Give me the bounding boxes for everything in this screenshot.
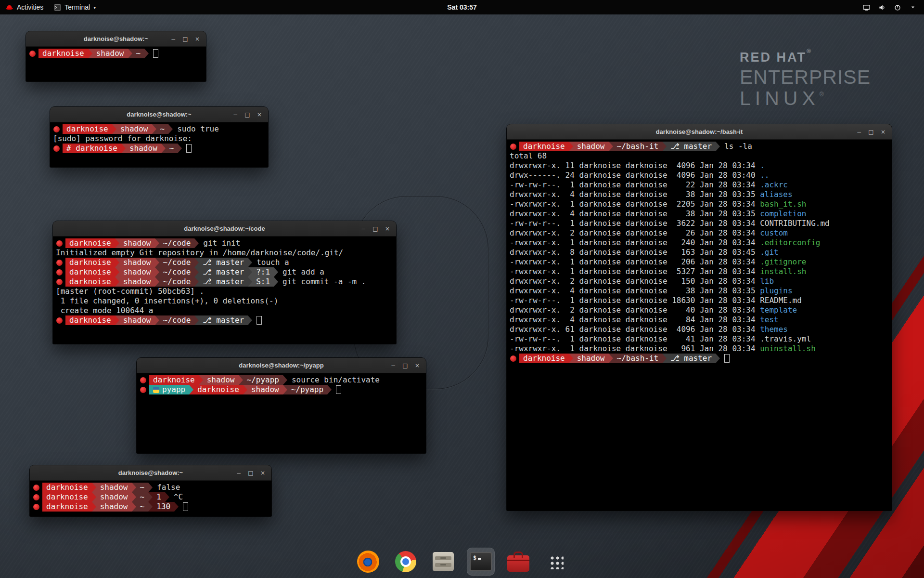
terminal-content[interactable]: darknoiseshadow~/codegit initInitialized…: [53, 236, 396, 344]
window-maximize-button[interactable]: □: [243, 110, 252, 119]
window-maximize-button[interactable]: □: [867, 128, 875, 136]
terminal-content[interactable]: darknoiseshadow~falsedarknoiseshadow~1^C…: [30, 481, 271, 516]
dock-item-terminal[interactable]: $: [467, 548, 495, 576]
window-minimize-button[interactable]: −: [389, 361, 398, 370]
file-attributes: drwxrwxr-x. 11 darknoise darknoise 4096 …: [510, 161, 760, 170]
powerline-separator-icon: [165, 492, 169, 502]
window-maximize-button[interactable]: □: [401, 361, 410, 370]
dock-item-firefox[interactable]: [354, 548, 382, 576]
powerline-separator-icon: [155, 315, 159, 325]
terminal-command: git add a: [282, 267, 324, 277]
window-close-button[interactable]: ×: [255, 110, 264, 119]
terminal-content[interactable]: darknoiseshadow~: [26, 47, 206, 81]
window-maximize-button[interactable]: □: [371, 224, 380, 233]
terminal-window[interactable]: darknoise@shadow:~/bash-it−□×darknoisesh…: [507, 124, 892, 511]
window-close-button[interactable]: ×: [258, 469, 267, 477]
terminal-output-line: [sudo] password for darknoise:: [53, 134, 265, 144]
volume-icon[interactable]: [878, 3, 886, 12]
window-titlebar[interactable]: darknoise@shadow:~−□×: [50, 107, 268, 122]
window-close-button[interactable]: ×: [193, 35, 202, 43]
terminal-content[interactable]: darknoiseshadow~sudo true[sudo] password…: [50, 122, 268, 167]
terminal-window[interactable]: darknoise@shadow:~−□×darknoiseshadow~sud…: [50, 107, 268, 167]
shell-prompt-line: darknoiseshadow~/code⎇ masterS:1git comm…: [56, 277, 393, 287]
terminal-window[interactable]: darknoise@shadow:~/pyapp−□×darknoiseshad…: [137, 358, 426, 453]
prompt-segment-git2: S:1: [252, 277, 274, 287]
terminal-window[interactable]: darknoise@shadow:~/code−□×darknoiseshado…: [53, 221, 396, 344]
window-close-button[interactable]: ×: [879, 128, 887, 136]
window-minimize-button[interactable]: −: [359, 224, 368, 233]
powerline-separator-icon: [115, 315, 119, 325]
window-titlebar[interactable]: darknoise@shadow:~/bash-it−□×: [507, 124, 892, 140]
app-menu-terminal[interactable]: Terminal ▾: [49, 0, 101, 14]
window-minimize-button[interactable]: −: [234, 469, 243, 477]
powerline-separator-icon: [168, 124, 173, 134]
redhat-logo-icon: [5, 4, 13, 10]
terminal-cursor[interactable]: [336, 385, 341, 394]
terminal-content[interactable]: darknoiseshadow~/pyappsource bin/activat…: [137, 373, 426, 453]
terminal-window[interactable]: darknoise@shadow:~−□×darknoiseshadow~: [26, 31, 206, 81]
display-icon[interactable]: [862, 3, 871, 12]
window-maximize-button[interactable]: □: [181, 35, 190, 43]
powerline-separator-icon: [178, 144, 182, 153]
window-close-button[interactable]: ×: [383, 224, 392, 233]
dock-item-archive-manager[interactable]: [429, 548, 457, 576]
terminal-content[interactable]: darknoiseshadow~/bash-it⎇ masterls -lato…: [507, 140, 892, 511]
clock[interactable]: Sat 03:57: [447, 3, 476, 11]
terminal-cursor[interactable]: [186, 144, 192, 153]
prompt-segment-host: shadow: [119, 315, 155, 325]
system-status-area[interactable]: [855, 0, 924, 14]
window-titlebar[interactable]: darknoise@shadow:~/pyapp−□×: [137, 358, 426, 373]
powerline-separator-icon: [716, 142, 720, 151]
dock-item-toolbox[interactable]: [504, 548, 532, 576]
window-controls: −□×: [169, 35, 206, 43]
terminal-cursor[interactable]: [183, 502, 188, 511]
window-minimize-button[interactable]: −: [231, 110, 240, 119]
file-list-row: drwxrwxr-x. 8 darknoise darknoise 163 Ja…: [510, 248, 889, 257]
redhat-prompt-icon: [29, 51, 36, 57]
shell-prompt-line: darknoiseshadow~false: [33, 483, 269, 492]
terminal-cursor[interactable]: [153, 49, 158, 58]
firefox-icon: [357, 551, 379, 573]
shell-prompt-line: darknoiseshadow~/code⎇ master?:1git add …: [56, 267, 393, 277]
file-name: uninstall.sh: [760, 344, 816, 353]
file-list-row: drwxrwxr-x. 4 darknoise darknoise 84 Jan…: [510, 315, 889, 325]
caret-down-icon[interactable]: [909, 3, 917, 12]
window-minimize-button[interactable]: −: [855, 128, 863, 136]
shell-prompt-line: darknoiseshadow~/code⎇ mastertouch a: [56, 258, 393, 267]
prompt-segment-host: shadow: [573, 354, 609, 363]
powerline-separator-icon: [121, 144, 126, 153]
dock-item-app-grid[interactable]: [542, 548, 570, 576]
redhat-prompt-icon: [33, 485, 39, 491]
python-icon: [153, 387, 159, 393]
power-icon[interactable]: [893, 3, 901, 12]
terminal-output-line: [master (root-commit) 50bcb63] .: [56, 287, 393, 296]
file-attributes: -rwxrwxr-x. 1 darknoise darknoise 5327 J…: [510, 267, 760, 276]
terminal-command: ^C: [174, 492, 183, 502]
prompt-segment-user: darknoise: [65, 258, 115, 267]
window-titlebar[interactable]: darknoise@shadow:~/code−□×: [53, 221, 396, 236]
file-name: .editorconfig: [760, 238, 820, 247]
prompt-segment-host: shadow: [126, 144, 161, 153]
desktop[interactable]: { "topbar": { "activities_label": "Activ…: [0, 0, 924, 578]
prompt-segment-path: ~: [136, 483, 149, 492]
file-list-row: drwxrwxr-x. 4 darknoise darknoise 38 Jan…: [510, 286, 889, 296]
terminal-command: git commit -a -m .: [282, 277, 366, 287]
terminal-cursor[interactable]: [724, 354, 730, 363]
prompt-segment-user: darknoise: [65, 315, 115, 325]
window-titlebar[interactable]: darknoise@shadow:~−□×: [26, 31, 206, 47]
window-minimize-button[interactable]: −: [169, 35, 178, 43]
activities-button[interactable]: Activities: [0, 0, 49, 14]
terminal-cursor[interactable]: [257, 316, 262, 325]
prompt-segment-user: darknoise: [42, 502, 92, 512]
file-list-row: drwxrwxr-x. 2 darknoise darknoise 40 Jan…: [510, 305, 889, 315]
brand-line-redhat: RED HAT®: [740, 48, 871, 65]
window-close-button[interactable]: ×: [413, 361, 422, 370]
window-titlebar[interactable]: darknoise@shadow:~−□×: [30, 465, 271, 481]
dock-item-chrome[interactable]: [392, 548, 420, 576]
file-attributes: -rw-rw-r--. 1 darknoise darknoise 3622 J…: [510, 219, 760, 228]
prompt-segment-git: ⎇ master: [667, 142, 716, 151]
powerline-separator-icon: [283, 375, 287, 385]
terminal-window[interactable]: darknoise@shadow:~−□×darknoiseshadow~fal…: [30, 465, 271, 516]
window-maximize-button[interactable]: □: [246, 469, 255, 477]
powerline-separator-icon: [239, 375, 243, 385]
